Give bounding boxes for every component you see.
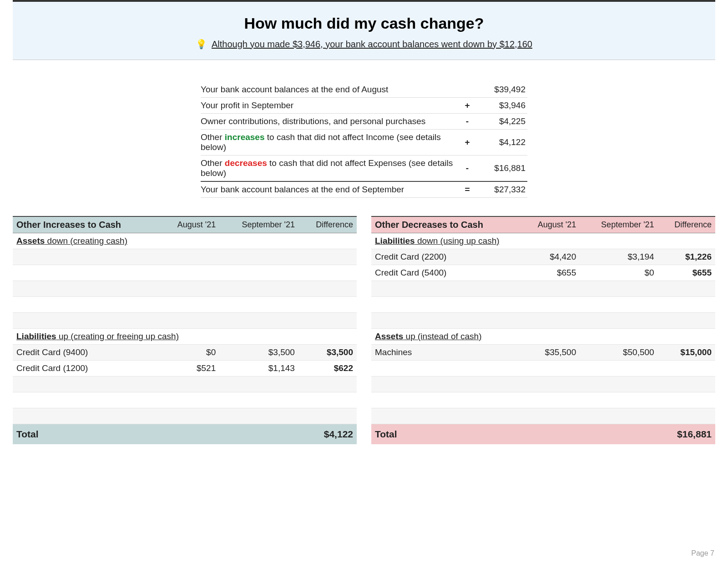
table-row: Credit Card (5400) $655 $0 $655 [371, 265, 715, 281]
empty-row [371, 376, 715, 392]
total-value: $16,881 [658, 424, 715, 445]
callout-text: Although you made $3,946, your bank acco… [212, 39, 532, 50]
total-row: Total $16,881 [371, 424, 715, 445]
row-label: Credit Card (5400) [371, 265, 521, 281]
row-label: Credit Card (1200) [13, 361, 160, 376]
summary-op: - [456, 156, 478, 182]
row-aug: $0 [160, 345, 220, 361]
row-sep: $1,143 [219, 361, 298, 376]
table-title: Other Decreases to Cash [371, 216, 521, 233]
row-diff: $655 [658, 265, 715, 281]
summary-label: Other increases to cash that did not aff… [201, 130, 456, 156]
summary-value: $16,881 [478, 156, 527, 182]
table-row: Credit Card (1200) $521 $1,143 $622 [13, 361, 357, 376]
summary-row: Other increases to cash that did not aff… [201, 130, 527, 156]
section-heading: Assets down (creating cash) [13, 233, 357, 249]
summary-row: Other decreases to cash that did not aff… [201, 156, 527, 182]
table-row: Credit Card (9400) $0 $3,500 $3,500 [13, 345, 357, 361]
empty-row [13, 265, 357, 281]
summary-op [456, 82, 478, 98]
row-label: Credit Card (2200) [371, 249, 521, 265]
summary-value: $4,225 [478, 114, 527, 130]
row-label: Credit Card (9400) [13, 345, 160, 361]
increases-table: Other Increases to Cash August '21 Septe… [13, 216, 357, 444]
empty-row [371, 408, 715, 424]
col-diff: Difference [658, 216, 715, 233]
summary-label: Other decreases to cash that did not aff… [201, 156, 456, 182]
row-sep: $3,500 [219, 345, 298, 361]
col-aug: August '21 [160, 216, 220, 233]
page-number: Page 7 [691, 549, 714, 557]
empty-row [13, 297, 357, 313]
empty-row [13, 392, 357, 408]
row-sep: $50,500 [580, 345, 657, 361]
section-heading: Liabilities up (creating or freeing up c… [13, 329, 357, 345]
row-aug: $4,420 [521, 249, 580, 265]
summary-op: + [456, 98, 478, 114]
lightbulb-icon: 💡 [196, 39, 207, 50]
decreases-word: decreases [225, 158, 267, 168]
empty-row [13, 313, 357, 329]
row-sep: $3,194 [580, 249, 657, 265]
row-diff: $1,226 [658, 249, 715, 265]
empty-row [13, 376, 357, 392]
summary-row-final: Your bank account balances at the end of… [201, 181, 527, 198]
cash-summary-table: Your bank account balances at the end of… [201, 82, 527, 198]
total-row: Total $4,122 [13, 424, 357, 445]
section-heading: Assets up (instead of cash) [371, 329, 715, 345]
summary-label: Your bank account balances at the end of… [201, 181, 456, 198]
col-sep: September '21 [580, 216, 657, 233]
col-sep: September '21 [219, 216, 298, 233]
summary-value: $39,492 [478, 82, 527, 98]
banner: How much did my cash change? 💡 Although … [13, 2, 715, 60]
summary-op: - [456, 114, 478, 130]
callout: 💡 Although you made $3,946, your bank ac… [196, 39, 532, 50]
total-label: Total [371, 424, 521, 445]
summary-op: + [456, 130, 478, 156]
page-title: How much did my cash change? [13, 15, 715, 32]
summary-row: Owner contributions, distributions, and … [201, 114, 527, 130]
row-aug: $35,500 [521, 345, 580, 361]
row-label: Machines [371, 345, 521, 361]
empty-row [13, 408, 357, 424]
table-row: Credit Card (2200) $4,420 $3,194 $1,226 [371, 249, 715, 265]
summary-row: Your bank account balances at the end of… [201, 82, 527, 98]
summary-op: = [456, 181, 478, 198]
col-aug: August '21 [521, 216, 580, 233]
table-header: Other Increases to Cash August '21 Septe… [13, 216, 357, 233]
empty-row [371, 313, 715, 329]
empty-row [371, 361, 715, 376]
empty-row [13, 281, 357, 297]
empty-row [371, 281, 715, 297]
summary-label: Your bank account balances at the end of… [201, 82, 456, 98]
table-row: Machines $35,500 $50,500 $15,000 [371, 345, 715, 361]
total-label: Total [13, 424, 160, 445]
summary-value: $27,332 [478, 181, 527, 198]
empty-row [13, 249, 357, 265]
summary-value: $3,946 [478, 98, 527, 114]
empty-row [371, 392, 715, 408]
col-diff: Difference [298, 216, 357, 233]
row-diff: $3,500 [298, 345, 357, 361]
row-aug: $521 [160, 361, 220, 376]
row-diff: $15,000 [658, 345, 715, 361]
summary-row: Your profit in September+$3,946 [201, 98, 527, 114]
table-title: Other Increases to Cash [13, 216, 160, 233]
summary-label: Owner contributions, distributions, and … [201, 114, 456, 130]
increases-word: increases [225, 132, 265, 142]
summary-value: $4,122 [478, 130, 527, 156]
table-header: Other Decreases to Cash August '21 Septe… [371, 216, 715, 233]
row-aug: $655 [521, 265, 580, 281]
decreases-table: Other Decreases to Cash August '21 Septe… [371, 216, 715, 444]
empty-row [371, 297, 715, 313]
row-sep: $0 [580, 265, 657, 281]
section-heading: Liabilities down (using up cash) [371, 233, 715, 249]
row-diff: $622 [298, 361, 357, 376]
summary-label: Your profit in September [201, 98, 456, 114]
total-value: $4,122 [298, 424, 357, 445]
